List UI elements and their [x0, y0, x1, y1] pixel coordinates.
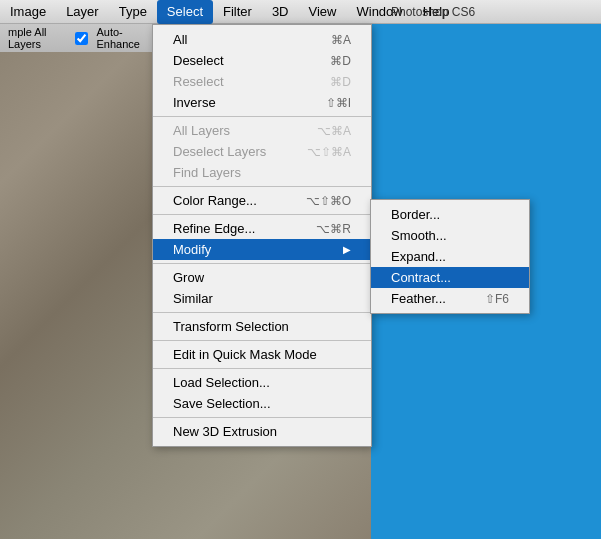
menu-item-transform-selection[interactable]: Transform Selection [153, 316, 371, 337]
menu-item-deselect-layers-shortcut: ⌥⇧⌘A [307, 145, 351, 159]
menu-item-reselect[interactable]: Reselect ⌘D [153, 71, 371, 92]
submenu-arrow-icon: ▶ [343, 244, 351, 255]
menubar: Image Layer Type Select Filter 3D View W… [0, 0, 601, 24]
menu-item-refine-edge-shortcut: ⌥⌘R [316, 222, 351, 236]
menu-item-all[interactable]: All ⌘A [153, 29, 371, 50]
modify-submenu: Border... Smooth... Expand... Contract..… [370, 199, 530, 314]
separator-5 [153, 312, 371, 313]
submenu-item-feather[interactable]: Feather... ⇧F6 [371, 288, 529, 309]
menu-item-modify[interactable]: Modify ▶ [153, 239, 371, 260]
separator-3 [153, 214, 371, 215]
menu-item-modify-label: Modify [173, 242, 211, 257]
app-title: Photoshop CS6 [381, 0, 601, 24]
menu-item-all-label: All [173, 32, 187, 47]
menu-item-quick-mask-label: Edit in Quick Mask Mode [173, 347, 317, 362]
submenu-item-contract[interactable]: Contract... [371, 267, 529, 288]
menu-item-reselect-label: Reselect [173, 74, 224, 89]
menu-item-grow[interactable]: Grow [153, 267, 371, 288]
menu-item-color-range[interactable]: Color Range... ⌥⇧⌘O [153, 190, 371, 211]
menu-item-refine-edge[interactable]: Refine Edge... ⌥⌘R [153, 218, 371, 239]
menu-item-grow-label: Grow [173, 270, 204, 285]
options-bar: mple All Layers Auto-Enhance [0, 24, 160, 52]
menu-item-new-3d[interactable]: New 3D Extrusion [153, 421, 371, 442]
menu-item-all-layers-label: All Layers [173, 123, 230, 138]
menu-item-all-layers-shortcut: ⌥⌘A [317, 124, 351, 138]
menu-item-transform-selection-label: Transform Selection [173, 319, 289, 334]
menu-item-deselect-layers-label: Deselect Layers [173, 144, 266, 159]
separator-2 [153, 186, 371, 187]
menu-item-new-3d-label: New 3D Extrusion [173, 424, 277, 439]
menu-select[interactable]: Select [157, 0, 213, 24]
menu-item-deselect-layers[interactable]: Deselect Layers ⌥⇧⌘A [153, 141, 371, 162]
submenu-item-border[interactable]: Border... [371, 204, 529, 225]
auto-enhance-checkbox[interactable] [75, 32, 88, 45]
separator-4 [153, 263, 371, 264]
menu-item-quick-mask[interactable]: Edit in Quick Mask Mode [153, 344, 371, 365]
menu-item-color-range-label: Color Range... [173, 193, 257, 208]
menu-item-reselect-shortcut: ⌘D [330, 75, 351, 89]
menu-view[interactable]: View [299, 0, 347, 24]
menu-item-refine-edge-label: Refine Edge... [173, 221, 255, 236]
menu-item-load-selection[interactable]: Load Selection... [153, 372, 371, 393]
submenu-item-smooth[interactable]: Smooth... [371, 225, 529, 246]
separator-1 [153, 116, 371, 117]
menu-item-save-selection[interactable]: Save Selection... [153, 393, 371, 414]
menu-filter[interactable]: Filter [213, 0, 262, 24]
menu-item-inverse-shortcut: ⇧⌘I [326, 96, 351, 110]
submenu-item-feather-label: Feather... [391, 291, 446, 306]
menu-image[interactable]: Image [0, 0, 56, 24]
menu-item-similar[interactable]: Similar [153, 288, 371, 309]
submenu-item-feather-shortcut: ⇧F6 [485, 292, 509, 306]
separator-6 [153, 340, 371, 341]
submenu-item-contract-label: Contract... [391, 270, 451, 285]
separator-8 [153, 417, 371, 418]
submenu-item-expand[interactable]: Expand... [371, 246, 529, 267]
menu-item-all-shortcut: ⌘A [331, 33, 351, 47]
menu-item-similar-label: Similar [173, 291, 213, 306]
menu-layer[interactable]: Layer [56, 0, 109, 24]
auto-enhance-label: Auto-Enhance [96, 26, 152, 50]
menu-item-deselect-shortcut: ⌘D [330, 54, 351, 68]
menu-item-find-layers-label: Find Layers [173, 165, 241, 180]
menu-item-inverse-label: Inverse [173, 95, 216, 110]
menu-item-all-layers[interactable]: All Layers ⌥⌘A [153, 120, 371, 141]
menu-item-deselect-label: Deselect [173, 53, 224, 68]
submenu-item-smooth-label: Smooth... [391, 228, 447, 243]
menu-item-color-range-shortcut: ⌥⇧⌘O [306, 194, 351, 208]
menu-item-save-selection-label: Save Selection... [173, 396, 271, 411]
menu-item-inverse[interactable]: Inverse ⇧⌘I [153, 92, 371, 113]
menu-item-deselect[interactable]: Deselect ⌘D [153, 50, 371, 71]
menu-item-load-selection-label: Load Selection... [173, 375, 270, 390]
submenu-item-border-label: Border... [391, 207, 440, 222]
sample-all-layers-label: mple All Layers [8, 26, 67, 50]
select-menu: All ⌘A Deselect ⌘D Reselect ⌘D Inverse ⇧… [152, 24, 372, 447]
submenu-item-expand-label: Expand... [391, 249, 446, 264]
menu-3d[interactable]: 3D [262, 0, 299, 24]
menu-item-find-layers[interactable]: Find Layers [153, 162, 371, 183]
menu-type[interactable]: Type [109, 0, 157, 24]
separator-7 [153, 368, 371, 369]
